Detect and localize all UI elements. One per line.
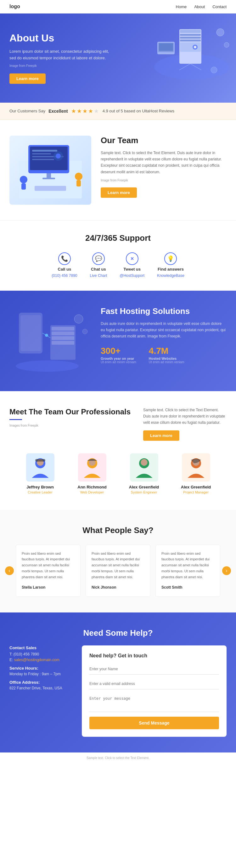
stat-growth-sub: Ut enim ad minim veniam [101,361,136,364]
twitter-icon: ✕ [126,252,138,265]
navbar: logo Home About Contact [0,0,236,13]
nav-about[interactable]: About [194,4,205,9]
contact-address-label: Office Address: [9,680,72,685]
hero-description: Lorem ipsum dolor sit amet, consectetur … [9,48,110,62]
svg-point-15 [224,42,229,48]
stats-grid: 300+ Growth year on year Ut enim ad mini… [101,346,227,364]
team-title: Our Team [101,135,227,145]
team-description: Sample text. Click to select the Text El… [101,150,227,176]
support-call-title: Call us [58,267,72,272]
svg-point-44 [82,329,87,334]
meet-cta-button[interactable]: Learn more [143,430,179,441]
testimonial-1-text: Proin sed libero enim sed faucibus turpi… [91,551,145,580]
carousel-prev-button[interactable]: ‹ [5,566,14,575]
nav-contact[interactable]: Contact [212,4,227,9]
form-submit-button[interactable]: Send Message [89,717,219,729]
avatar-jeffrey [26,453,54,482]
form-name-input[interactable] [89,663,219,675]
meet-image-credit: Images from Freepik [9,424,131,427]
team-card-0: Jeffrey Brown Creative Leader [17,453,63,494]
hero-content: About Us Lorem ipsum dolor sit amet, con… [9,32,110,84]
team-card-1: Ann Richmond Web Developer [69,453,115,494]
avatar-alex1 [130,453,158,482]
svg-rect-32 [35,186,66,191]
svg-point-16 [211,67,217,73]
help-title: Need Some Help? [9,628,227,638]
svg-point-42 [16,361,79,372]
svg-rect-38 [52,336,74,340]
meet-team-section: Meet The Team Our Professionals Images f… [0,391,236,510]
form-title: Need help? Get in touch [89,653,219,659]
hosting-description: Duis aute irure dolor in reprehenderit i… [101,320,227,340]
support-chat: 💬 Chat us Live Chart [90,252,107,278]
rating-bar: Our Customers Say Excellent ★★★★★ 4.9 ou… [0,103,236,120]
svg-point-25 [56,154,61,158]
stat-hosted: 4.7M Hosted Websites Ut enim ad minim ve… [149,346,184,364]
phone-icon: 📞 [58,252,71,265]
chat-icon: 💬 [92,252,105,265]
testimonial-grid: Proin sed libero enim sed faucibus turpi… [16,545,220,597]
svg-rect-39 [52,341,74,345]
stat-hosted-sub: Ut enim ad minim veniam [149,361,184,364]
team-content: Our Team Sample text. Click to select th… [101,135,227,198]
hero-section: About Us Lorem ipsum dolor sit amet, con… [0,13,236,103]
testimonials-section: What People Say? ‹ Proin sed libero enim… [0,510,236,613]
hosting-content: Fast Hosting Solutions Duis aute irure d… [101,306,227,364]
support-title: 24/7/365 Support [9,233,227,243]
name-jeffrey: Jeffrey Brown [17,485,63,489]
svg-rect-23 [32,159,54,160]
contact-info: Contact Sales T: (010) 456 7890 E: sales… [9,645,72,691]
carousel-next-button[interactable]: › [222,566,231,575]
testimonials-carousel: ‹ Proin sed libero enim sed faucibus tur… [9,545,227,597]
support-tweet: ✕ Tweet us @HostSupport [120,252,145,278]
contact-phone: T: (010) 456 7890 [9,652,72,656]
rating-stars: ★★★★★ [71,108,100,115]
hosting-title: Fast Hosting Solutions [101,306,227,316]
svg-rect-20 [32,150,57,152]
svg-point-41 [45,334,48,337]
support-answers-sub: KnowledgeBase [157,273,184,278]
name-alex2: Alex Greenfield [173,485,219,489]
contact-hours-label: Service Hours: [9,666,72,671]
contact-sales-label: Contact Sales [9,645,72,650]
contact-email-link[interactable]: sales@hostingdomain.com [14,658,59,662]
team-image-credit: Image from Freepik [101,178,227,183]
support-call: 📞 Call us (010) 456 7890 [52,252,77,278]
role-ann: Web Developer [69,490,115,494]
nav-home[interactable]: Home [176,4,187,9]
team-cards: Jeffrey Brown Creative Leader Ann Richmo… [9,453,227,494]
team-svg [9,135,91,205]
meet-title: Meet The Team Our Professionals [9,407,131,416]
team-cta-button[interactable]: Learn more [101,187,137,198]
svg-rect-26 [47,173,51,178]
support-section: 24/7/365 Support 📞 Call us (010) 456 789… [0,220,236,291]
form-message-input[interactable] [89,693,219,712]
svg-rect-48 [35,459,45,462]
role-alex1: System Engineer [121,490,167,494]
footer-note: Sample text. Click to select the Text El… [0,752,236,764]
svg-rect-27 [43,178,55,179]
support-grid: 📞 Call us (010) 456 7890 💬 Chat us Live … [9,252,227,278]
role-jeffrey: Creative Leader [17,490,63,494]
hero-cta-button[interactable]: Learn more [9,73,46,84]
svg-point-54 [141,459,147,466]
form-email-input[interactable] [89,678,219,689]
support-tweet-title: Tweet us [123,267,141,272]
testimonial-2-reviewer: Scott Smith [161,584,214,590]
team-card-3: Alex Greenfield Project Manager [173,453,219,494]
contact-hours: Monday to Friday : 9am – 7pm [9,672,72,676]
support-chat-sub: Live Chart [90,273,107,278]
support-answers: 💡 Find answers KnowledgeBase [157,252,184,278]
help-section: Need Some Help? Contact Sales T: (010) 4… [0,613,236,752]
svg-point-14 [216,29,224,36]
help-inner: Contact Sales T: (010) 456 7890 E: sales… [9,645,227,737]
support-call-sub: (010) 456 7890 [52,273,77,278]
svg-rect-13 [159,43,173,51]
contact-email: E: sales@hostingdomain.com [9,658,72,662]
name-alex1: Alex Greenfield [121,485,167,489]
support-answers-title: Find answers [158,267,184,272]
testimonial-2-text: Proin sed libero enim sed faucibus turpi… [161,551,214,580]
hero-svg [129,17,233,83]
hosting-illustration [9,306,91,375]
meet-header: Meet The Team Our Professionals Images f… [9,407,227,441]
